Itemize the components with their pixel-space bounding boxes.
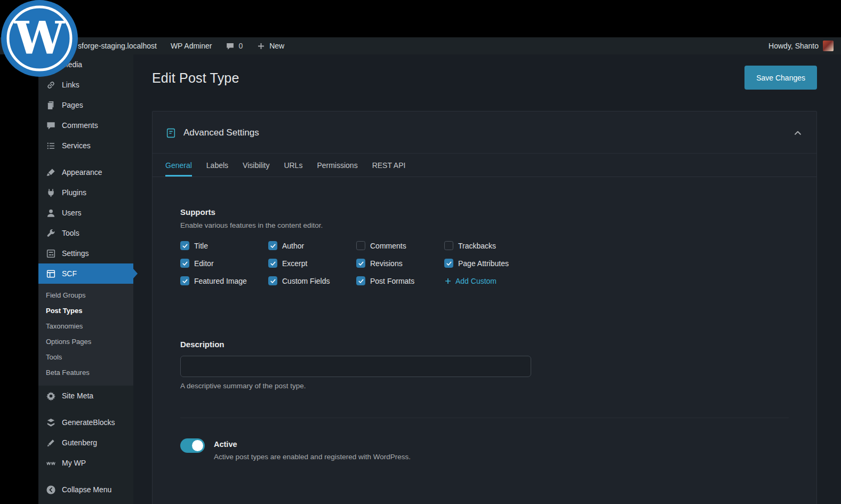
scf-submenu: Field GroupsPost TypesTaxonomiesOptions … xyxy=(38,284,133,386)
page-title: Edit Post Type xyxy=(152,70,817,86)
sidebar-section: GenerateBlocks Gutenberg My WP xyxy=(38,412,133,473)
mywp-icon xyxy=(46,458,56,468)
supports-heading: Supports xyxy=(180,207,789,217)
supports-section: Supports Enable various features in the … xyxy=(180,207,789,285)
save-changes-button[interactable]: Save Changes xyxy=(744,66,817,90)
support-option-trackbacks[interactable]: Trackbacks xyxy=(444,241,567,250)
tab-visibility[interactable]: Visibility xyxy=(243,154,269,177)
settings-tabs: GeneralLabelsVisibilityURLsPermissionsRE… xyxy=(153,154,816,177)
gear-icon xyxy=(46,391,56,401)
page-header: Edit Post Type Save Changes xyxy=(133,54,841,111)
plus-icon xyxy=(257,42,266,51)
services-icon xyxy=(46,141,56,151)
sidebar-item-pages[interactable]: Pages xyxy=(38,95,133,115)
comment-bubble-icon xyxy=(226,42,235,51)
add-custom-link[interactable]: Add Custom xyxy=(444,277,567,285)
plus-icon xyxy=(444,277,452,285)
checkbox-icon xyxy=(444,259,453,268)
panel-body: Supports Enable various features in the … xyxy=(153,177,816,498)
submenu-item-tools[interactable]: Tools xyxy=(38,349,133,365)
support-option-post-formats[interactable]: Post Formats xyxy=(356,276,444,285)
sidebar-item-generateblocks[interactable]: GenerateBlocks xyxy=(38,412,133,433)
sidebar-section: Collapse Menu xyxy=(38,479,133,500)
sidebar-item-tools[interactable]: Tools xyxy=(38,223,133,243)
collapse-icon xyxy=(46,485,56,495)
comments-icon xyxy=(46,121,56,131)
links-icon xyxy=(46,80,56,90)
supports-grid: Title Author Comments Trackbacks Editor … xyxy=(180,241,789,285)
sidebar-item-services[interactable]: Services xyxy=(38,135,133,156)
admin-bar-comments[interactable]: 0 xyxy=(226,42,243,51)
tab-permissions[interactable]: Permissions xyxy=(317,154,357,177)
submenu-item-beta-features[interactable]: Beta Features xyxy=(38,365,133,380)
panel-header: Advanced Settings xyxy=(153,111,816,154)
description-input[interactable] xyxy=(180,356,531,377)
wordpress-logo: W xyxy=(0,0,80,79)
support-option-editor[interactable]: Editor xyxy=(180,259,268,268)
support-option-excerpt[interactable]: Excerpt xyxy=(268,259,356,268)
pages-icon xyxy=(46,100,56,110)
appearance-icon xyxy=(46,167,56,178)
sidebar-menu: Media Links Pages Comments Services Appe… xyxy=(38,54,133,500)
avatar xyxy=(823,41,834,51)
submenu-item-field-groups[interactable]: Field Groups xyxy=(38,287,133,303)
howdy-text: Howdy, Shanto xyxy=(768,42,819,50)
chevron-up-icon[interactable] xyxy=(792,127,804,139)
sidebar: Media Links Pages Comments Services Appe… xyxy=(38,54,133,504)
submenu-item-options-pages[interactable]: Options Pages xyxy=(38,334,133,349)
admin-bar-account[interactable]: Howdy, Shanto xyxy=(768,41,841,51)
support-option-custom-fields[interactable]: Custom Fields xyxy=(268,276,356,285)
advanced-settings-icon xyxy=(165,127,177,139)
tools-icon xyxy=(46,228,56,238)
sidebar-item-plugins[interactable]: Plugins xyxy=(38,182,133,203)
description-section: Description A descriptive summary of the… xyxy=(180,340,789,390)
sidebar-section: Appearance Plugins Users Tools Settings … xyxy=(38,162,133,406)
support-option-page-attributes[interactable]: Page Attributes xyxy=(444,259,567,268)
support-option-title[interactable]: Title xyxy=(180,241,268,250)
checkbox-icon xyxy=(180,241,189,250)
submenu-item-taxonomies[interactable]: Taxonomies xyxy=(38,318,133,334)
admin-bar-new[interactable]: New xyxy=(257,42,284,51)
tab-rest-api[interactable]: REST API xyxy=(372,154,406,177)
toggle-knob xyxy=(192,440,203,451)
sidebar-item-users[interactable]: Users xyxy=(38,203,133,223)
advanced-settings-panel: Advanced Settings GeneralLabelsVisibilit… xyxy=(152,111,817,504)
sidebar-item-appearance[interactable]: Appearance xyxy=(38,162,133,182)
tab-urls[interactable]: URLs xyxy=(284,154,302,177)
checkbox-icon xyxy=(180,276,189,285)
support-option-author[interactable]: Author xyxy=(268,241,356,250)
generateblocks-icon xyxy=(46,418,56,428)
sidebar-item-comments[interactable]: Comments xyxy=(38,115,133,135)
tab-labels[interactable]: Labels xyxy=(206,154,228,177)
submenu-item-post-types[interactable]: Post Types xyxy=(38,303,133,318)
sidebar-item-site-meta[interactable]: Site Meta xyxy=(38,386,133,406)
sidebar-item-gutenberg[interactable]: Gutenberg xyxy=(38,433,133,453)
checkbox-icon xyxy=(356,241,365,250)
main-content: Edit Post Type Save Changes Advanced Set… xyxy=(133,54,841,504)
panel-title: Advanced Settings xyxy=(183,127,259,138)
checkbox-icon xyxy=(268,259,277,268)
admin-bar: sforge-staging.localhost WP Adminer 0 Ne… xyxy=(0,37,841,54)
checkbox-icon xyxy=(268,241,277,250)
active-title: Active xyxy=(214,440,411,449)
checkbox-icon xyxy=(444,241,453,250)
support-option-comments[interactable]: Comments xyxy=(356,241,444,250)
sidebar-item-scf[interactable]: SCF xyxy=(38,263,133,284)
gutenberg-icon xyxy=(46,438,56,448)
sidebar-item-settings[interactable]: Settings xyxy=(38,243,133,263)
active-toggle[interactable] xyxy=(180,438,205,453)
checkbox-icon xyxy=(356,259,365,268)
supports-help: Enable various features in the content e… xyxy=(180,221,789,229)
support-option-featured-image[interactable]: Featured Image xyxy=(180,276,268,285)
support-option-revisions[interactable]: Revisions xyxy=(356,259,444,268)
tab-general[interactable]: General xyxy=(165,154,192,177)
admin-bar-wp-adminer[interactable]: WP Adminer xyxy=(171,42,212,50)
description-help: A descriptive summary of the post type. xyxy=(180,382,789,390)
active-text: Active Active post types are enabled and… xyxy=(214,438,411,461)
users-icon xyxy=(46,208,56,218)
active-help: Active post types are enabled and regist… xyxy=(214,453,411,461)
sidebar-item-collapse-menu[interactable]: Collapse Menu xyxy=(38,479,133,500)
sidebar-item-my-wp[interactable]: My WP xyxy=(38,453,133,473)
plugins-icon xyxy=(46,188,56,198)
description-heading: Description xyxy=(180,340,789,349)
